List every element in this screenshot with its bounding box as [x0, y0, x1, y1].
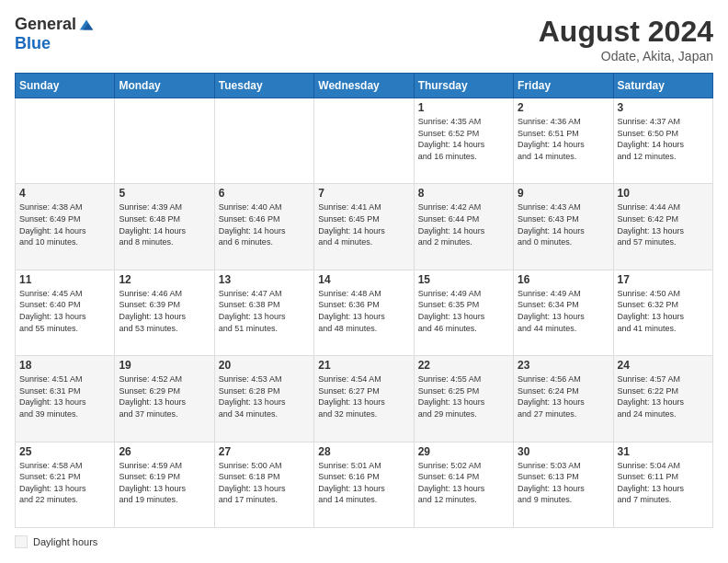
- calendar-cell: 3Sunrise: 4:37 AM Sunset: 6:50 PM Daylig…: [613, 98, 712, 184]
- day-info: Sunrise: 4:35 AM Sunset: 6:52 PM Dayligh…: [418, 116, 509, 162]
- day-info: Sunrise: 4:44 AM Sunset: 6:42 PM Dayligh…: [618, 201, 709, 247]
- calendar-cell: [16, 98, 115, 184]
- calendar-cell: 30Sunrise: 5:03 AM Sunset: 6:13 PM Dayli…: [514, 442, 613, 527]
- day-number: 20: [219, 359, 310, 372]
- calendar-cell: 21Sunrise: 4:54 AM Sunset: 6:27 PM Dayli…: [314, 356, 414, 442]
- day-info: Sunrise: 4:39 AM Sunset: 6:48 PM Dayligh…: [119, 201, 210, 247]
- day-info: Sunrise: 4:57 AM Sunset: 6:22 PM Dayligh…: [618, 373, 709, 419]
- day-number: 9: [518, 187, 609, 200]
- day-header-tuesday: Tuesday: [214, 74, 313, 98]
- day-header-saturday: Saturday: [613, 74, 712, 98]
- week-row-4: 18Sunrise: 4:51 AM Sunset: 6:31 PM Dayli…: [16, 356, 713, 442]
- day-number: 26: [119, 445, 210, 458]
- day-info: Sunrise: 4:54 AM Sunset: 6:27 PM Dayligh…: [318, 373, 409, 419]
- calendar-cell: 20Sunrise: 4:53 AM Sunset: 6:28 PM Dayli…: [214, 356, 313, 442]
- day-info: Sunrise: 4:45 AM Sunset: 6:40 PM Dayligh…: [19, 288, 110, 334]
- day-info: Sunrise: 4:43 AM Sunset: 6:43 PM Dayligh…: [518, 201, 609, 247]
- week-row-2: 4Sunrise: 4:38 AM Sunset: 6:49 PM Daylig…: [16, 184, 713, 270]
- day-info: Sunrise: 4:40 AM Sunset: 6:46 PM Dayligh…: [219, 201, 310, 247]
- calendar-cell: 12Sunrise: 4:46 AM Sunset: 6:39 PM Dayli…: [115, 270, 214, 355]
- month-year: August 2024: [539, 15, 713, 49]
- calendar-cell: [314, 98, 414, 184]
- calendar-cell: 17Sunrise: 4:50 AM Sunset: 6:32 PM Dayli…: [613, 270, 712, 355]
- day-number: 28: [318, 445, 409, 458]
- calendar-cell: [115, 98, 214, 184]
- calendar-cell: 11Sunrise: 4:45 AM Sunset: 6:40 PM Dayli…: [16, 270, 115, 355]
- day-number: 8: [418, 187, 509, 200]
- day-number: 25: [19, 445, 110, 458]
- calendar-cell: 31Sunrise: 5:04 AM Sunset: 6:11 PM Dayli…: [613, 442, 712, 527]
- logo-blue-text: Blue: [15, 34, 51, 53]
- day-info: Sunrise: 4:46 AM Sunset: 6:39 PM Dayligh…: [119, 288, 210, 334]
- day-info: Sunrise: 5:03 AM Sunset: 6:13 PM Dayligh…: [518, 460, 609, 506]
- calendar-cell: 26Sunrise: 4:59 AM Sunset: 6:19 PM Dayli…: [115, 442, 214, 527]
- day-info: Sunrise: 4:36 AM Sunset: 6:51 PM Dayligh…: [518, 116, 609, 162]
- logo-icon: [78, 17, 95, 33]
- calendar-cell: 25Sunrise: 4:58 AM Sunset: 6:21 PM Dayli…: [16, 442, 115, 527]
- calendar-cell: 9Sunrise: 4:43 AM Sunset: 6:43 PM Daylig…: [514, 184, 613, 270]
- calendar-cell: 22Sunrise: 4:55 AM Sunset: 6:25 PM Dayli…: [414, 356, 513, 442]
- calendar-cell: 13Sunrise: 4:47 AM Sunset: 6:38 PM Dayli…: [214, 270, 313, 355]
- day-number: 4: [19, 187, 110, 200]
- calendar-cell: 10Sunrise: 4:44 AM Sunset: 6:42 PM Dayli…: [613, 184, 712, 270]
- calendar-cell: 1Sunrise: 4:35 AM Sunset: 6:52 PM Daylig…: [414, 98, 513, 184]
- calendar-header-row: SundayMondayTuesdayWednesdayThursdayFrid…: [16, 74, 713, 98]
- day-number: 12: [119, 273, 210, 286]
- day-info: Sunrise: 4:47 AM Sunset: 6:38 PM Dayligh…: [219, 288, 310, 334]
- title-area: August 2024 Odate, Akita, Japan: [539, 15, 713, 63]
- week-row-3: 11Sunrise: 4:45 AM Sunset: 6:40 PM Dayli…: [16, 270, 713, 355]
- daylight-label: Daylight hours: [33, 536, 97, 547]
- calendar-cell: 16Sunrise: 4:49 AM Sunset: 6:34 PM Dayli…: [514, 270, 613, 355]
- day-number: 23: [518, 359, 609, 372]
- day-number: 10: [618, 187, 709, 200]
- day-info: Sunrise: 4:56 AM Sunset: 6:24 PM Dayligh…: [518, 373, 609, 419]
- logo-general-text: General: [15, 15, 76, 34]
- calendar-cell: 15Sunrise: 4:49 AM Sunset: 6:35 PM Dayli…: [414, 270, 513, 355]
- day-info: Sunrise: 4:49 AM Sunset: 6:34 PM Dayligh…: [518, 288, 609, 334]
- logo: General Blue: [15, 15, 95, 53]
- day-info: Sunrise: 4:41 AM Sunset: 6:45 PM Dayligh…: [318, 201, 409, 247]
- calendar-cell: 4Sunrise: 4:38 AM Sunset: 6:49 PM Daylig…: [16, 184, 115, 270]
- day-number: 17: [618, 273, 709, 286]
- week-row-5: 25Sunrise: 4:58 AM Sunset: 6:21 PM Dayli…: [16, 442, 713, 527]
- day-info: Sunrise: 4:55 AM Sunset: 6:25 PM Dayligh…: [418, 373, 509, 419]
- calendar-cell: 6Sunrise: 4:40 AM Sunset: 6:46 PM Daylig…: [214, 184, 313, 270]
- calendar-cell: 29Sunrise: 5:02 AM Sunset: 6:14 PM Dayli…: [414, 442, 513, 527]
- day-info: Sunrise: 4:59 AM Sunset: 6:19 PM Dayligh…: [119, 460, 210, 506]
- day-header-wednesday: Wednesday: [314, 74, 414, 98]
- day-info: Sunrise: 4:58 AM Sunset: 6:21 PM Dayligh…: [19, 460, 110, 506]
- calendar-cell: 23Sunrise: 4:56 AM Sunset: 6:24 PM Dayli…: [514, 356, 613, 442]
- day-number: 6: [219, 187, 310, 200]
- calendar-cell: 5Sunrise: 4:39 AM Sunset: 6:48 PM Daylig…: [115, 184, 214, 270]
- day-number: 27: [219, 445, 310, 458]
- day-number: 30: [518, 445, 609, 458]
- calendar-page: General Blue August 2024 Odate, Akita, J…: [0, 0, 728, 563]
- calendar-cell: 24Sunrise: 4:57 AM Sunset: 6:22 PM Dayli…: [613, 356, 712, 442]
- calendar-cell: [214, 98, 313, 184]
- day-header-monday: Monday: [115, 74, 214, 98]
- header: General Blue August 2024 Odate, Akita, J…: [15, 15, 713, 63]
- day-number: 11: [19, 273, 110, 286]
- day-header-sunday: Sunday: [16, 74, 115, 98]
- day-number: 16: [518, 273, 609, 286]
- daylight-legend-box: [15, 535, 28, 548]
- calendar-cell: 27Sunrise: 5:00 AM Sunset: 6:18 PM Dayli…: [214, 442, 313, 527]
- day-header-friday: Friday: [514, 74, 613, 98]
- day-number: 13: [219, 273, 310, 286]
- day-info: Sunrise: 4:51 AM Sunset: 6:31 PM Dayligh…: [19, 373, 110, 419]
- calendar-cell: 28Sunrise: 5:01 AM Sunset: 6:16 PM Dayli…: [314, 442, 414, 527]
- day-info: Sunrise: 5:02 AM Sunset: 6:14 PM Dayligh…: [418, 460, 509, 506]
- day-number: 5: [119, 187, 210, 200]
- day-info: Sunrise: 5:01 AM Sunset: 6:16 PM Dayligh…: [318, 460, 409, 506]
- day-info: Sunrise: 4:38 AM Sunset: 6:49 PM Dayligh…: [19, 201, 110, 247]
- day-info: Sunrise: 4:53 AM Sunset: 6:28 PM Dayligh…: [219, 373, 310, 419]
- day-info: Sunrise: 4:37 AM Sunset: 6:50 PM Dayligh…: [618, 116, 709, 162]
- day-number: 24: [618, 359, 709, 372]
- day-number: 19: [119, 359, 210, 372]
- day-number: 15: [418, 273, 509, 286]
- day-number: 1: [418, 101, 509, 114]
- calendar-cell: 8Sunrise: 4:42 AM Sunset: 6:44 PM Daylig…: [414, 184, 513, 270]
- calendar-table: SundayMondayTuesdayWednesdayThursdayFrid…: [15, 73, 713, 528]
- day-info: Sunrise: 4:48 AM Sunset: 6:36 PM Dayligh…: [318, 288, 409, 334]
- day-number: 21: [318, 359, 409, 372]
